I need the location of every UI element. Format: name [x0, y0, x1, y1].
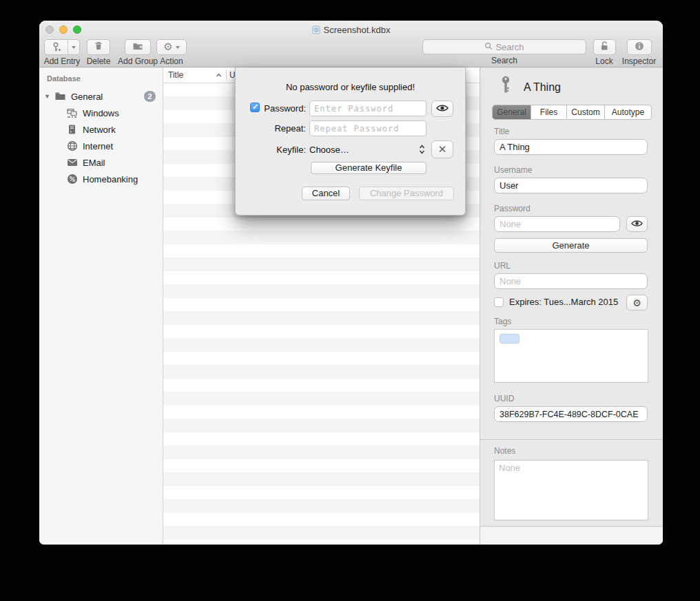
- sidebar-item-homebanking[interactable]: Homebanking: [39, 171, 163, 187]
- percent-icon: [66, 173, 78, 185]
- lock-group: Lock: [590, 39, 618, 66]
- disclosure-triangle-icon[interactable]: ▼: [44, 93, 50, 100]
- info-icon: [635, 41, 644, 54]
- inspector-button[interactable]: [627, 39, 652, 55]
- delete-button[interactable]: [87, 39, 110, 55]
- key-plus-icon: [45, 40, 68, 54]
- action-button[interactable]: ⚙: [156, 39, 187, 55]
- inspector-label: Inspector: [620, 56, 658, 66]
- window-title-wrap: Screenshot.kdbx: [39, 25, 663, 36]
- lock-label: Lock: [590, 56, 618, 66]
- lock-open-icon: [599, 41, 609, 54]
- password-field[interactable]: [494, 216, 620, 232]
- change-password-sheet: No password or keyfile supplied! Passwor…: [235, 67, 466, 215]
- username-label: Username: [494, 165, 532, 175]
- eye-icon: [631, 220, 643, 229]
- search-group: Search Search: [422, 39, 586, 65]
- titlebar[interactable]: Screenshot.kdbx: [39, 21, 663, 39]
- delete-group: Delete: [84, 39, 113, 66]
- chevron-down-icon: [176, 46, 180, 49]
- section-divider: [480, 439, 663, 440]
- folder-plus-icon: [132, 41, 143, 54]
- sidebar-item-label: EMail: [83, 158, 105, 168]
- tags-label: Tags: [494, 317, 511, 326]
- tag-token[interactable]: [500, 334, 519, 344]
- sidebar-header: Database: [47, 74, 81, 83]
- delete-label: Delete: [84, 56, 113, 66]
- lock-button[interactable]: [593, 39, 616, 55]
- globe-icon: [66, 140, 78, 152]
- change-password-button[interactable]: Change Password: [359, 187, 454, 200]
- sidebar-item-label: Network: [83, 125, 116, 135]
- action-group: ⚙ Action: [155, 39, 188, 66]
- expires-label: Expires: Tues...March 2015: [509, 297, 618, 307]
- sort-asc-icon: [216, 71, 222, 77]
- add-entry-dropdown[interactable]: [68, 40, 79, 54]
- add-entry-label: Add Entry: [43, 56, 81, 66]
- column-header-title[interactable]: Title: [168, 70, 183, 80]
- action-label: Action: [155, 56, 188, 66]
- sheet-repeat-input[interactable]: [309, 120, 426, 136]
- reveal-password-button[interactable]: [626, 216, 648, 232]
- sidebar-item-label: Homebanking: [83, 174, 138, 184]
- gear-icon: ⚙: [632, 298, 641, 308]
- tab-general[interactable]: General: [493, 105, 531, 119]
- generate-password-button[interactable]: Generate: [494, 238, 648, 253]
- expires-row: Expires: Tues...March 2015: [494, 297, 618, 307]
- notes-field[interactable]: [494, 460, 648, 520]
- search-input[interactable]: Search: [422, 39, 586, 54]
- sheet-message: No password or keyfile supplied!: [236, 82, 465, 92]
- sidebar-item-general[interactable]: ▼ General 2: [39, 89, 163, 104]
- sidebar-item-windows[interactable]: Windows: [39, 105, 163, 120]
- add-entry-group: Add Entry: [43, 39, 81, 66]
- document-icon: [312, 25, 320, 36]
- sheet-password-label: Password:: [262, 103, 306, 114]
- url-field[interactable]: [494, 273, 648, 289]
- username-field[interactable]: [494, 178, 648, 193]
- search-icon: [484, 42, 493, 52]
- tags-box[interactable]: [494, 329, 648, 383]
- expires-settings-button[interactable]: ⚙: [626, 295, 648, 310]
- sheet-keyfile-label: Keyfile:: [262, 145, 306, 155]
- title-field[interactable]: [494, 139, 648, 155]
- password-label: Password: [494, 204, 531, 213]
- inspector-footer: [480, 527, 663, 545]
- window-title: Screenshot.kdbx: [324, 25, 391, 35]
- sidebar-item-label: Windows: [83, 108, 119, 118]
- column-divider[interactable]: [226, 70, 227, 81]
- entry-count-badge: 2: [144, 91, 156, 102]
- sidebar-item-email[interactable]: EMail: [39, 155, 163, 170]
- expires-checkbox[interactable]: [494, 297, 504, 307]
- tab-custom[interactable]: Custom: [567, 105, 605, 119]
- password-checkbox[interactable]: [250, 103, 260, 112]
- inspector-tabs: General Files Custom Autotype: [492, 105, 652, 120]
- title-label: Title: [494, 127, 509, 136]
- uuid-field[interactable]: [494, 406, 648, 422]
- sheet-reveal-password-button[interactable]: [431, 101, 453, 117]
- eye-icon: [436, 103, 449, 115]
- uuid-label: UUID: [494, 394, 514, 403]
- gear-icon: ⚙: [163, 42, 172, 52]
- inspector-group: Inspector: [620, 39, 658, 66]
- notes-label: Notes: [494, 446, 515, 456]
- clear-keyfile-button[interactable]: ✕: [431, 140, 453, 158]
- sidebar-item-label: Internet: [83, 141, 113, 151]
- generate-keyfile-button[interactable]: Generate Keyfile: [311, 162, 426, 174]
- sidebar-item-network[interactable]: Network: [39, 122, 163, 137]
- keyfile-popup[interactable]: Choose…: [309, 141, 426, 158]
- trash-icon: [94, 41, 103, 54]
- network-icon: [66, 124, 78, 136]
- sheet-password-input[interactable]: [309, 101, 426, 116]
- tab-files[interactable]: Files: [531, 105, 567, 119]
- tab-autotype[interactable]: Autotype: [605, 105, 651, 119]
- stepper-icon: [419, 144, 425, 157]
- cancel-button[interactable]: Cancel: [302, 187, 350, 200]
- add-entry-button[interactable]: [44, 39, 80, 55]
- sidebar-item-internet[interactable]: Internet: [39, 138, 163, 154]
- envelope-icon: [66, 157, 78, 169]
- sheet-repeat-label: Repeat:: [262, 123, 306, 134]
- key-icon: [500, 76, 511, 98]
- windows-icon: [66, 107, 78, 119]
- clear-x-icon: ✕: [438, 145, 447, 155]
- add-group-button[interactable]: [125, 39, 151, 55]
